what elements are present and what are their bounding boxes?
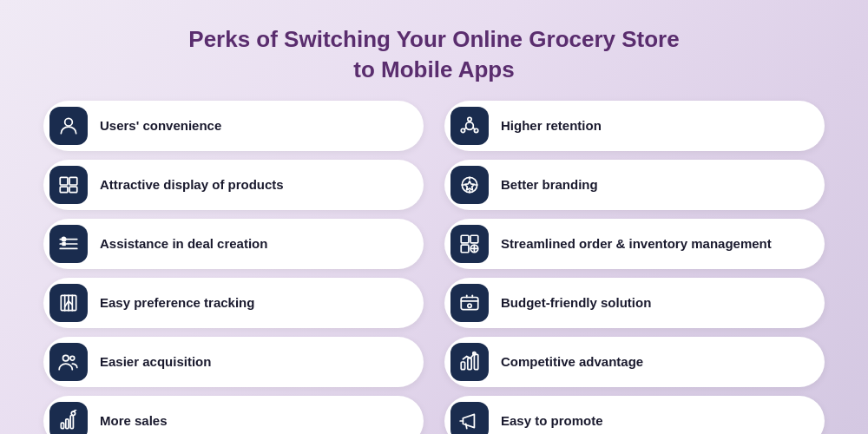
svg-rect-9 <box>69 178 77 186</box>
higher-retention-label: Higher retention <box>501 117 602 135</box>
svg-rect-16 <box>461 235 469 243</box>
users-convenience-label: Users' convenience <box>100 117 221 135</box>
svg-rect-38 <box>66 419 69 429</box>
item-easier-acquisition: Easier acquisition <box>43 337 424 387</box>
retention-icon <box>450 107 489 145</box>
svg-rect-33 <box>461 362 464 370</box>
item-deal-creation: Assistance in deal creation <box>43 219 424 269</box>
svg-line-7 <box>464 128 466 129</box>
user-icon <box>49 107 88 145</box>
sales-icon <box>49 402 88 434</box>
preference-tracking-label: Easy preference tracking <box>100 294 254 312</box>
svg-point-14 <box>62 238 65 241</box>
easier-acquisition-label: Easier acquisition <box>100 353 211 371</box>
svg-point-1 <box>466 122 474 130</box>
competitive-icon <box>450 343 489 381</box>
deal-icon <box>49 225 88 263</box>
title-section: Perks of Switching Your Online Grocery S… <box>171 0 696 101</box>
svg-rect-17 <box>470 235 478 243</box>
svg-point-31 <box>63 356 69 362</box>
item-more-sales: More sales <box>43 396 424 434</box>
streamlined-order-label: Streamlined order & inventory management <box>501 235 772 253</box>
svg-rect-37 <box>61 423 63 429</box>
item-preference-tracking: Easy preference tracking <box>43 278 424 328</box>
svg-rect-15 <box>62 242 65 246</box>
more-sales-label: More sales <box>100 412 168 430</box>
item-competitive-advantage: Competitive advantage <box>444 337 825 387</box>
page-title: Perks of Switching Your Online Grocery S… <box>188 24 679 85</box>
svg-point-28 <box>468 304 471 307</box>
svg-marker-13 <box>465 181 475 190</box>
branding-icon <box>450 166 489 204</box>
svg-line-6 <box>473 128 475 129</box>
item-higher-retention: Higher retention <box>444 101 825 151</box>
svg-rect-18 <box>461 245 469 253</box>
item-budget-friendly: Budget-friendly solution <box>444 278 825 328</box>
grid-container: Users' convenience Higher retention Attr… <box>35 101 833 434</box>
item-attractive-display: Attractive display of products <box>43 160 424 210</box>
svg-line-41 <box>73 410 76 411</box>
svg-rect-39 <box>70 416 73 429</box>
svg-point-0 <box>65 119 73 127</box>
svg-rect-11 <box>69 187 77 193</box>
item-better-branding: Better branding <box>444 160 825 210</box>
promote-icon <box>450 402 489 434</box>
products-icon <box>49 166 88 204</box>
tracking-icon <box>49 284 88 322</box>
item-easy-promote: Easy to promote <box>444 396 825 434</box>
svg-rect-35 <box>474 355 477 370</box>
svg-rect-10 <box>60 187 68 193</box>
acquisition-icon <box>49 343 88 381</box>
svg-point-32 <box>70 356 75 360</box>
better-branding-label: Better branding <box>501 176 598 194</box>
svg-rect-8 <box>60 178 68 186</box>
deal-creation-label: Assistance in deal creation <box>100 235 267 253</box>
attractive-display-label: Attractive display of products <box>100 176 284 194</box>
budget-icon <box>450 284 489 322</box>
order-icon <box>450 225 489 263</box>
easy-promote-label: Easy to promote <box>501 412 603 430</box>
budget-friendly-label: Budget-friendly solution <box>501 294 651 312</box>
competitive-advantage-label: Competitive advantage <box>501 353 643 371</box>
svg-rect-34 <box>468 358 471 370</box>
item-users-convenience: Users' convenience <box>43 101 424 151</box>
item-streamlined-order: Streamlined order & inventory management <box>444 219 825 269</box>
